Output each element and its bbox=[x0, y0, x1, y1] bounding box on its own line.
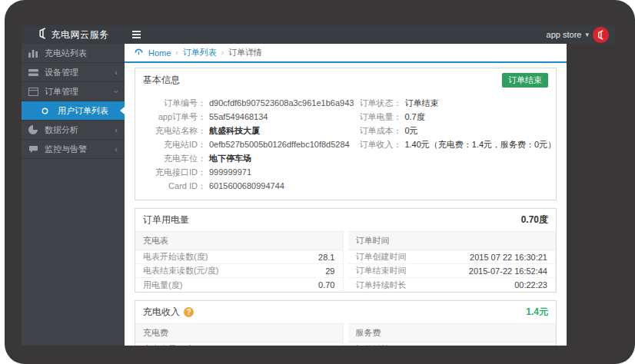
charging-income-panel: 充电收入 ? 1.4元 充电费 充电电量（度） 0.7 bbox=[135, 300, 557, 346]
field-row-parking-spot: 充电车位： 地下停车场 bbox=[143, 151, 354, 165]
sidebar-item-label: 设备管理 bbox=[45, 67, 78, 78]
sidebar-toggle-hamburger-icon[interactable] bbox=[132, 31, 141, 38]
panel-title: 订单用电量 bbox=[143, 213, 189, 227]
table-row: 电表开始读数(度) 28.1 bbox=[135, 250, 343, 264]
chevron-left-icon: ‹ bbox=[115, 68, 118, 77]
sidebar-item-label: 监控与告警 bbox=[45, 144, 87, 155]
sidebar-item-user-order-list[interactable]: 用户订单列表 bbox=[22, 101, 125, 121]
breadcrumb-order-list-link[interactable]: 订单列表 bbox=[183, 47, 217, 58]
screenshot-canvas: 充电网云服务 app store ▾ bbox=[0, 0, 635, 364]
active-item-arrow-icon bbox=[120, 107, 125, 114]
breadcrumb: Home › 订单列表 › 订单详情 bbox=[125, 44, 567, 63]
pie-chart-icon bbox=[28, 125, 41, 134]
chevron-down-icon: ‹ bbox=[112, 90, 121, 93]
account-logo-button[interactable] bbox=[593, 27, 609, 43]
navbar-right: app store ▾ bbox=[547, 27, 615, 43]
sidebar-nav: 充电站列表 设备管理 ‹ bbox=[22, 44, 125, 346]
field-row-order-id: 订单编号： d90cfdf6b907523608a3c961e1b6a943 bbox=[143, 96, 354, 110]
sidebar-item-data-analysis[interactable]: 数据分析 ‹ bbox=[22, 121, 125, 140]
field-row-connector-id: 充电接口ID： 999999971 bbox=[143, 165, 354, 179]
table-header: 充电表 bbox=[135, 231, 343, 250]
app-window: 充电网云服务 app store ▾ bbox=[22, 25, 615, 346]
table-header: 充电费 bbox=[135, 323, 343, 342]
panel-title: 充电收入 bbox=[143, 306, 180, 319]
charging-fee-table: 充电费 充电电量（度） 0.7 充电费率（元/度） 2.00 bbox=[135, 323, 344, 346]
table-row: 订单持续时长 00:22:23 bbox=[348, 278, 556, 292]
energy-total-value: 0.70度 bbox=[521, 213, 548, 227]
breadcrumb-current-page: 订单详情 bbox=[228, 47, 262, 58]
circle-bullet-icon bbox=[42, 108, 54, 114]
basic-info-header: 基本信息 订单结束 bbox=[135, 68, 556, 92]
field-row-card-id: Card ID： 6015600680994744 bbox=[143, 179, 354, 193]
app-store-link[interactable]: app store bbox=[547, 30, 582, 39]
top-navbar: 充电网云服务 app store ▾ bbox=[22, 25, 615, 44]
order-energy-header: 订单用电量 0.70度 bbox=[135, 209, 556, 231]
order-energy-panel: 订单用电量 0.70度 充电表 电表开始读数(度) 28.1 bbox=[135, 208, 557, 293]
breadcrumb-separator-icon: › bbox=[175, 48, 178, 57]
field-row-order-income: 订单收入： 1.40元（充电费：1.4元，服务费：0元） bbox=[354, 137, 556, 151]
charging-income-header: 充电收入 ? 1.4元 bbox=[135, 301, 556, 323]
comments-icon bbox=[28, 145, 41, 154]
service-fee-table: 服务费 订单时长 00:22:23 服务费率（元/小时） 1.00 bbox=[348, 323, 557, 346]
order-time-table: 订单时间 订单创建时间 2015 07 22 16:30:21 订单结束时间 2… bbox=[348, 231, 557, 292]
charging-income-tables: 充电费 充电电量（度） 0.7 充电费率（元/度） 2.00 bbox=[135, 323, 556, 346]
table-row: 订单创建时间 2015 07 22 16:30:21 bbox=[348, 250, 556, 264]
chevron-left-icon: ‹ bbox=[115, 145, 118, 154]
field-row-order-energy: 订单电量： 0.7度 bbox=[354, 110, 556, 124]
sidebar-item-label: 用户订单列表 bbox=[58, 105, 108, 117]
sidebar-item-label: 数据分析 bbox=[45, 124, 78, 136]
dashboard-icon bbox=[134, 48, 144, 58]
devices-icon bbox=[28, 68, 41, 77]
chevron-left-icon: ‹ bbox=[115, 126, 118, 134]
income-total-value: 1.4元 bbox=[526, 306, 548, 319]
breadcrumb-home-link[interactable]: Home bbox=[148, 48, 171, 58]
brand-logo-icon bbox=[38, 28, 48, 42]
basic-info-panel: 基本信息 订单结束 订单编号： d90cfdf6b907523608a3c961… bbox=[135, 68, 557, 200]
sidebar-item-device-management[interactable]: 设备管理 ‹ bbox=[22, 63, 125, 82]
meter-table: 充电表 电表开始读数(度) 28.1 电表结束读数(元/度) 29 bbox=[135, 231, 344, 292]
sidebar-item-label: 充电站列表 bbox=[45, 48, 87, 59]
orders-icon bbox=[28, 88, 41, 96]
caret-down-icon: ▾ bbox=[585, 31, 589, 38]
sidebar-item-station-list[interactable]: 充电站列表 bbox=[22, 44, 125, 63]
basic-info-body: 订单编号： d90cfdf6b907523608a3c961e1b6a943 a… bbox=[135, 92, 556, 200]
bar-chart-icon bbox=[28, 49, 41, 58]
table-row: 充电电量（度） 0.7 bbox=[135, 342, 343, 346]
help-question-icon[interactable]: ? bbox=[184, 307, 194, 317]
brand-logo-text: 充电网云服务 bbox=[52, 28, 109, 41]
field-row-order-cost: 订单成本： 0元 bbox=[354, 124, 556, 137]
field-row-order-status: 订单状态： 订单结束 bbox=[354, 96, 556, 110]
table-row: 电表结束读数(元/度) 29 bbox=[135, 264, 343, 278]
field-row-app-order-id: app订单号： 55af549468134 bbox=[143, 110, 354, 124]
sidebar-item-label: 订单管理 bbox=[45, 86, 78, 98]
sidebar-item-order-management[interactable]: 订单管理 ‹ bbox=[22, 82, 125, 101]
brand-logo[interactable]: 充电网云服务 bbox=[22, 25, 125, 44]
basic-info-right-column: 订单状态： 订单结束 订单电量： 0.7度 订单成本： 0元 bbox=[354, 96, 556, 193]
breadcrumb-separator-icon: › bbox=[221, 48, 224, 57]
main-content: Home › 订单列表 › 订单详情 基本信息 订单结束 bbox=[125, 44, 567, 346]
panel-title: 基本信息 bbox=[143, 74, 180, 87]
page-content: 基本信息 订单结束 订单编号： d90cfdf6b907523608a3c961… bbox=[125, 63, 567, 346]
table-row: 订单时长 00:22:23 bbox=[348, 342, 556, 346]
table-row: 用电量(度) 0.70 bbox=[135, 278, 343, 292]
sidebar-item-monitoring-alerts[interactable]: 监控与告警 ‹ bbox=[22, 140, 125, 159]
field-row-station-name: 充电站名称： 航盛科技大厦 bbox=[143, 124, 354, 137]
table-header: 服务费 bbox=[348, 323, 556, 342]
field-row-station-id: 充电站ID： 0efb527b5005b0126dffebc10f8d5284 bbox=[143, 137, 354, 151]
order-status-badge: 订单结束 bbox=[502, 73, 548, 88]
table-header: 订单时间 bbox=[348, 231, 556, 250]
basic-info-left-column: 订单编号： d90cfdf6b907523608a3c961e1b6a943 a… bbox=[143, 96, 354, 193]
order-energy-tables: 充电表 电表开始读数(度) 28.1 电表结束读数(元/度) 29 bbox=[135, 231, 556, 292]
table-row: 订单结束时间 2015-07-22 16:52:44 bbox=[348, 264, 556, 278]
